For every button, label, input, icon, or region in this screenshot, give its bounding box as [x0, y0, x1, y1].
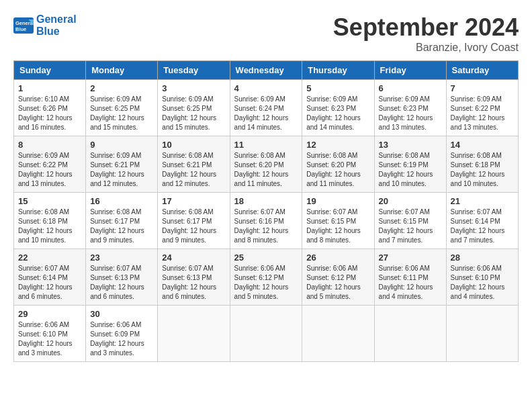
day-number: 7: [451, 83, 514, 93]
day-number: 20: [379, 196, 442, 206]
col-sunday: Sunday: [14, 61, 86, 80]
table-row: 15Sunrise: 6:08 AM Sunset: 6:18 PM Dayli…: [14, 193, 86, 249]
day-number: 19: [306, 196, 369, 206]
day-info: Sunrise: 6:09 AM Sunset: 6:22 PM Dayligh…: [451, 95, 514, 132]
table-row: 20Sunrise: 6:07 AM Sunset: 6:15 PM Dayli…: [374, 193, 446, 249]
day-number: 17: [162, 196, 225, 206]
table-row: 23Sunrise: 6:07 AM Sunset: 6:13 PM Dayli…: [86, 249, 158, 306]
day-info: Sunrise: 6:09 AM Sunset: 6:23 PM Dayligh…: [379, 95, 442, 132]
day-info: Sunrise: 6:07 AM Sunset: 6:13 PM Dayligh…: [162, 264, 225, 302]
table-row: 26Sunrise: 6:06 AM Sunset: 6:12 PM Dayli…: [302, 249, 374, 306]
table-row: 21Sunrise: 6:07 AM Sunset: 6:14 PM Dayli…: [446, 193, 518, 249]
table-row: 2Sunrise: 6:09 AM Sunset: 6:25 PM Daylig…: [86, 80, 158, 136]
day-info: Sunrise: 6:09 AM Sunset: 6:24 PM Dayligh…: [234, 95, 298, 132]
day-number: 22: [18, 253, 81, 263]
table-row: 11Sunrise: 6:08 AM Sunset: 6:20 PM Dayli…: [230, 136, 302, 193]
day-number: 13: [379, 140, 442, 150]
day-info: Sunrise: 6:07 AM Sunset: 6:13 PM Dayligh…: [90, 264, 153, 302]
table-row: 16Sunrise: 6:08 AM Sunset: 6:17 PM Dayli…: [86, 193, 158, 249]
day-number: 14: [451, 140, 514, 150]
day-info: Sunrise: 6:08 AM Sunset: 6:18 PM Dayligh…: [451, 151, 514, 189]
day-info: Sunrise: 6:06 AM Sunset: 6:12 PM Dayligh…: [234, 264, 298, 302]
day-info: Sunrise: 6:10 AM Sunset: 6:26 PM Dayligh…: [18, 95, 81, 132]
table-row: 28Sunrise: 6:06 AM Sunset: 6:10 PM Dayli…: [446, 249, 518, 306]
col-saturday: Saturday: [446, 61, 518, 80]
day-number: 9: [90, 140, 153, 150]
calendar-week-row: 8Sunrise: 6:09 AM Sunset: 6:22 PM Daylig…: [14, 136, 519, 193]
day-info: Sunrise: 6:07 AM Sunset: 6:14 PM Dayligh…: [451, 208, 514, 245]
table-row: 6Sunrise: 6:09 AM Sunset: 6:23 PM Daylig…: [374, 80, 446, 136]
day-info: Sunrise: 6:08 AM Sunset: 6:19 PM Dayligh…: [379, 151, 442, 189]
col-thursday: Thursday: [302, 61, 374, 80]
col-monday: Monday: [86, 61, 158, 80]
page-header: General Blue General Blue September 2024…: [13, 13, 519, 54]
col-wednesday: Wednesday: [230, 61, 302, 80]
table-row: [230, 306, 302, 362]
day-info: Sunrise: 6:09 AM Sunset: 6:23 PM Dayligh…: [306, 95, 369, 132]
table-row: 19Sunrise: 6:07 AM Sunset: 6:15 PM Dayli…: [302, 193, 374, 249]
table-row: [446, 306, 518, 362]
day-info: Sunrise: 6:09 AM Sunset: 6:25 PM Dayligh…: [162, 95, 225, 132]
calendar-week-row: 15Sunrise: 6:08 AM Sunset: 6:18 PM Dayli…: [14, 193, 519, 249]
day-info: Sunrise: 6:09 AM Sunset: 6:21 PM Dayligh…: [90, 151, 153, 189]
table-row: [158, 306, 230, 362]
logo-icon: General Blue: [13, 17, 34, 34]
table-row: 18Sunrise: 6:07 AM Sunset: 6:16 PM Dayli…: [230, 193, 302, 249]
day-info: Sunrise: 6:08 AM Sunset: 6:17 PM Dayligh…: [90, 208, 153, 245]
day-info: Sunrise: 6:09 AM Sunset: 6:22 PM Dayligh…: [18, 151, 81, 189]
table-row: 9Sunrise: 6:09 AM Sunset: 6:21 PM Daylig…: [86, 136, 158, 193]
day-info: Sunrise: 6:08 AM Sunset: 6:18 PM Dayligh…: [18, 208, 81, 245]
day-number: 27: [379, 253, 442, 263]
month-title: September 2024: [333, 13, 519, 42]
calendar-week-row: 22Sunrise: 6:07 AM Sunset: 6:14 PM Dayli…: [14, 249, 519, 306]
day-number: 29: [18, 309, 81, 319]
table-row: 12Sunrise: 6:08 AM Sunset: 6:20 PM Dayli…: [302, 136, 374, 193]
table-row: 10Sunrise: 6:08 AM Sunset: 6:21 PM Dayli…: [158, 136, 230, 193]
day-number: 24: [162, 253, 225, 263]
table-row: 17Sunrise: 6:08 AM Sunset: 6:17 PM Dayli…: [158, 193, 230, 249]
calendar-week-row: 29Sunrise: 6:06 AM Sunset: 6:10 PM Dayli…: [14, 306, 519, 362]
day-number: 6: [379, 83, 442, 93]
day-info: Sunrise: 6:07 AM Sunset: 6:16 PM Dayligh…: [234, 208, 298, 245]
day-info: Sunrise: 6:08 AM Sunset: 6:21 PM Dayligh…: [162, 151, 225, 189]
logo: General Blue General Blue: [13, 13, 77, 37]
table-row: 5Sunrise: 6:09 AM Sunset: 6:23 PM Daylig…: [302, 80, 374, 136]
logo-text: General Blue: [36, 13, 77, 37]
day-number: 16: [90, 196, 153, 206]
table-row: 25Sunrise: 6:06 AM Sunset: 6:12 PM Dayli…: [230, 249, 302, 306]
table-row: [374, 306, 446, 362]
day-number: 15: [18, 196, 81, 206]
day-number: 3: [162, 83, 225, 93]
calendar-table: Sunday Monday Tuesday Wednesday Thursday…: [13, 60, 519, 362]
table-row: 22Sunrise: 6:07 AM Sunset: 6:14 PM Dayli…: [14, 249, 86, 306]
day-number: 25: [234, 253, 298, 263]
day-number: 1: [18, 83, 81, 93]
day-info: Sunrise: 6:06 AM Sunset: 6:10 PM Dayligh…: [18, 320, 81, 358]
table-row: 8Sunrise: 6:09 AM Sunset: 6:22 PM Daylig…: [14, 136, 86, 193]
day-number: 8: [18, 140, 81, 150]
day-number: 5: [306, 83, 369, 93]
day-info: Sunrise: 6:09 AM Sunset: 6:25 PM Dayligh…: [90, 95, 153, 132]
day-info: Sunrise: 6:07 AM Sunset: 6:15 PM Dayligh…: [379, 208, 442, 245]
day-number: 11: [234, 140, 298, 150]
table-row: 14Sunrise: 6:08 AM Sunset: 6:18 PM Dayli…: [446, 136, 518, 193]
col-friday: Friday: [374, 61, 446, 80]
day-number: 21: [451, 196, 514, 206]
table-row: 7Sunrise: 6:09 AM Sunset: 6:22 PM Daylig…: [446, 80, 518, 136]
day-number: 18: [234, 196, 298, 206]
day-info: Sunrise: 6:07 AM Sunset: 6:15 PM Dayligh…: [306, 208, 369, 245]
table-row: [302, 306, 374, 362]
day-number: 10: [162, 140, 225, 150]
col-tuesday: Tuesday: [158, 61, 230, 80]
table-row: 24Sunrise: 6:07 AM Sunset: 6:13 PM Dayli…: [158, 249, 230, 306]
location-subtitle: Baranzie, Ivory Coast: [333, 42, 519, 54]
table-row: 30Sunrise: 6:06 AM Sunset: 6:09 PM Dayli…: [86, 306, 158, 362]
table-row: 1Sunrise: 6:10 AM Sunset: 6:26 PM Daylig…: [14, 80, 86, 136]
svg-text:Blue: Blue: [15, 26, 26, 32]
day-info: Sunrise: 6:08 AM Sunset: 6:20 PM Dayligh…: [306, 151, 369, 189]
day-number: 30: [90, 309, 153, 319]
day-info: Sunrise: 6:08 AM Sunset: 6:20 PM Dayligh…: [234, 151, 298, 189]
day-info: Sunrise: 6:06 AM Sunset: 6:11 PM Dayligh…: [379, 264, 442, 302]
title-area: September 2024 Baranzie, Ivory Coast: [333, 13, 519, 54]
table-row: 4Sunrise: 6:09 AM Sunset: 6:24 PM Daylig…: [230, 80, 302, 136]
